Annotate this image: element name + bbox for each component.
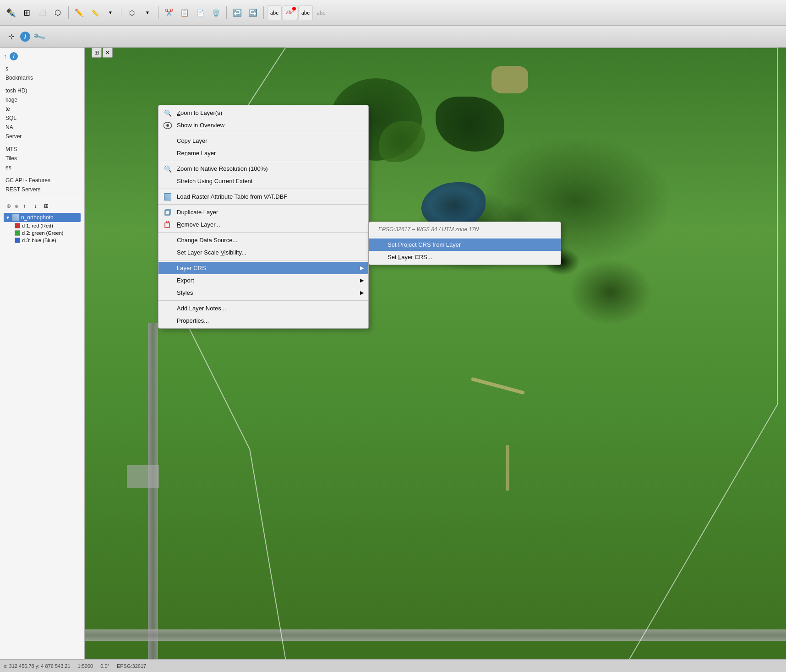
vertex-icon[interactable]: ⬡ xyxy=(125,5,139,20)
status-epsg: EPSG:32617 xyxy=(117,663,146,669)
menu-item-rename-layer[interactable]: Rename Layer xyxy=(158,147,368,159)
close-panel-button[interactable]: ✕ xyxy=(103,48,113,58)
cut-icon[interactable]: ✂️ xyxy=(162,5,176,20)
move-label-icon[interactable]: ⊹ xyxy=(4,29,18,44)
band-red-color xyxy=(15,223,20,228)
sidebar-item-kage[interactable]: kage xyxy=(2,95,82,104)
copy-icon[interactable]: 📋 xyxy=(177,5,192,20)
layer-band-green[interactable]: d 2: green (Green) xyxy=(4,229,81,237)
undo-icon[interactable]: ↩️ xyxy=(230,5,245,20)
layer-list: ▼ n_orthophoto d 1: red (Red) d 2: green… xyxy=(2,212,82,245)
pen-tool-icon[interactable]: ✒️ xyxy=(4,5,18,20)
menu-crs-label: Layer CRS xyxy=(177,265,206,271)
svg-rect-5 xyxy=(165,223,169,228)
layer-up-icon[interactable]: ↑ xyxy=(19,201,29,211)
sidebar-item-rest[interactable]: REST Servers xyxy=(2,185,82,194)
layer-band-blue[interactable]: d 3: blue (Blue) xyxy=(4,237,81,244)
band-blue-color xyxy=(15,238,20,243)
label-abc-red-icon[interactable]: abc xyxy=(283,5,297,20)
duplicate-icon xyxy=(163,208,172,217)
sidebar-item-mts[interactable]: MTS xyxy=(2,145,82,154)
digitize-icon[interactable]: 📏 xyxy=(87,5,102,20)
browser-arrow-icon: ↑ xyxy=(4,53,7,60)
float-panel-button[interactable]: ⊞ xyxy=(92,48,102,58)
menu-item-styles[interactable]: Styles ▶ xyxy=(158,287,368,299)
zoom-icon: 🔍 xyxy=(163,108,172,118)
menu-item-stretch[interactable]: Stretch Using Current Extent xyxy=(158,175,368,187)
label-extra-icon[interactable]: abc xyxy=(314,5,328,20)
menu-scale-label: Set Layer Scale Visibility... xyxy=(177,249,246,256)
wrench-icon[interactable]: 🔧 xyxy=(32,29,47,44)
layer-orthophoto-icon: ▼ xyxy=(5,215,10,220)
sidebar-item-na[interactable]: NA xyxy=(2,123,82,132)
layer-down-icon[interactable]: ↓ xyxy=(30,201,40,211)
layer-group-icon[interactable]: ⊞ xyxy=(41,201,51,211)
menu-item-export[interactable]: Export ▶ xyxy=(158,274,368,287)
menu-item-copy-layer[interactable]: Copy Layer xyxy=(158,135,368,147)
status-scale: 1:5000 xyxy=(78,663,93,669)
map-area[interactable]: 🔍 Zoom to Layer(s) Show in Overview Copy… xyxy=(85,48,786,659)
menu-zoom-label: Zoom to Layer(s) xyxy=(177,109,222,116)
delete-icon[interactable]: 🗑️ xyxy=(208,5,223,20)
layer-orthophoto[interactable]: ▼ n_orthophoto xyxy=(4,213,81,222)
separator-3 xyxy=(158,6,158,19)
undo-redo: ↩️ ↪️ xyxy=(230,5,260,20)
layer-band-red[interactable]: d 1: red (Red) xyxy=(4,222,81,229)
menu-export-label: Export xyxy=(177,277,194,284)
menu-item-properties[interactable]: Properties... xyxy=(158,314,368,327)
filter-layer-icon[interactable]: ⊕ xyxy=(4,201,14,211)
browser-info-icon[interactable]: i xyxy=(10,52,18,60)
status-bar: x: 312 456.78 y: 4 876 543.21 1:5000 0.0… xyxy=(0,659,786,672)
menu-item-remove[interactable]: Remove Layer... xyxy=(158,218,368,231)
pencil-icon[interactable]: ✏️ xyxy=(72,5,87,20)
menu-item-load-raster[interactable]: Load Raster Attribute Table from VAT.DBF xyxy=(158,190,368,203)
styles-submenu-arrow: ▶ xyxy=(360,290,364,296)
separator-4 xyxy=(226,6,227,19)
label-abc-b-icon[interactable]: abc xyxy=(298,5,313,20)
band-green-label: d 2: green (Green) xyxy=(22,230,64,236)
separator-after-overview xyxy=(158,133,368,133)
digitize-tools: ✒️ ⊞ ◻️ ⬡ xyxy=(4,5,65,20)
sidebar-item-ogc-api[interactable]: GC API - Features xyxy=(2,176,82,185)
sidebar-item-server[interactable]: Server xyxy=(2,132,82,141)
zoom-native-icon: 🔍 xyxy=(163,164,172,173)
select-poly-icon[interactable]: ⬡ xyxy=(50,5,65,20)
menu-item-show-overview[interactable]: Show in Overview xyxy=(158,119,368,131)
menu-item-add-notes[interactable]: Add Layer Notes... xyxy=(158,302,368,314)
vertex-dropdown-icon[interactable]: ▼ xyxy=(140,5,155,20)
submenu-item-set-project-crs[interactable]: Set Project CRS from Layer xyxy=(369,238,561,251)
identify-icon[interactable]: abc xyxy=(267,5,282,20)
svg-point-2 xyxy=(166,124,169,127)
grid-select-icon[interactable]: ⊞ xyxy=(19,5,34,20)
dropdown-icon[interactable]: ▼ xyxy=(103,5,118,20)
menu-item-change-source[interactable]: Change Data Source... xyxy=(158,234,368,246)
sidebar-item-tiles[interactable]: Tiles xyxy=(2,154,82,163)
submenu-item-set-layer-crs[interactable]: Set Layer CRS... xyxy=(369,251,561,263)
sidebar-item-tosh[interactable]: tosh HD) xyxy=(2,86,82,95)
sidebar-item-te[interactable]: te xyxy=(2,104,82,114)
edit-tools: ✏️ 📏 ▼ xyxy=(72,5,118,20)
menu-item-scale-visibility[interactable]: Set Layer Scale Visibility... xyxy=(158,246,368,259)
menu-item-duplicate[interactable]: Duplicate Layer xyxy=(158,206,368,218)
submenu-set-layer-crs-label: Set Layer CRS... xyxy=(388,254,432,260)
export-submenu-arrow: ▶ xyxy=(360,277,364,283)
sidebar-item-s[interactable]: s xyxy=(2,64,82,73)
crs-submenu-arrow: ▶ xyxy=(360,265,364,271)
separator-2 xyxy=(121,6,121,19)
menu-item-zoom-to-layer[interactable]: 🔍 Zoom to Layer(s) xyxy=(158,107,368,119)
panel-controls: ⊞ ✕ xyxy=(92,48,113,58)
crs-submenu: EPSG:32617 – WGS 84 / UTM zone 17N Set P… xyxy=(369,222,561,265)
sidebar-item-sql[interactable]: SQL xyxy=(2,114,82,123)
sidebar-item-es[interactable]: es xyxy=(2,163,82,172)
separator-after-raster xyxy=(158,204,368,205)
select-rect-icon[interactable]: ◻️ xyxy=(35,5,49,20)
sidebar-item-bookmarks[interactable]: Bookmarks xyxy=(2,73,82,82)
menu-item-layer-crs[interactable]: Layer CRS ▶ xyxy=(158,262,368,274)
info-icon[interactable]: i xyxy=(20,32,30,42)
menu-zoom-native-label: Zoom to Native Resolution (100%) xyxy=(177,165,268,172)
redo-icon[interactable]: ↪️ xyxy=(246,5,260,20)
band-green-color xyxy=(15,230,20,236)
menu-item-zoom-native[interactable]: 🔍 Zoom to Native Resolution (100%) xyxy=(158,163,368,175)
separator-before-crs xyxy=(158,260,368,260)
paste-icon[interactable]: 📄 xyxy=(193,5,207,20)
